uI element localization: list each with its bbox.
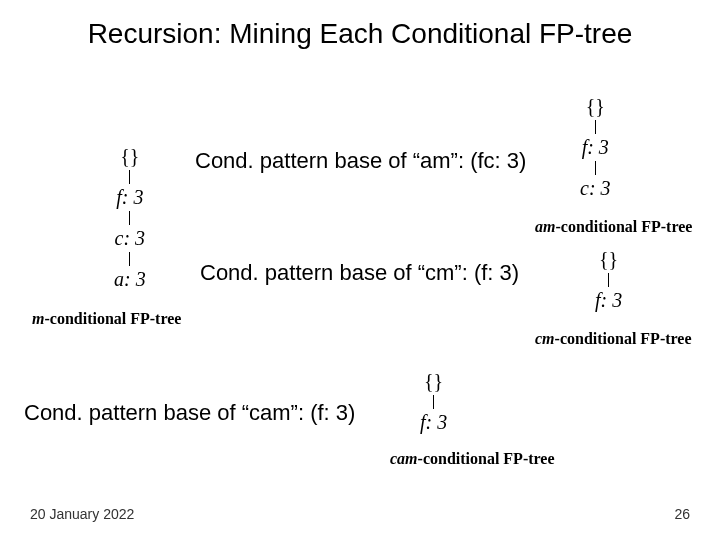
m-tree-caption: m-conditional FP-tree [32, 310, 181, 328]
am-tree: {} f: 3 c: 3 [580, 95, 611, 200]
tree-node-f: f: 3 [595, 289, 622, 312]
caption-prefix: m [32, 310, 44, 327]
tree-node-c: c: 3 [115, 227, 146, 250]
tree-edge [595, 161, 596, 175]
tree-node-f: f: 3 [582, 136, 609, 159]
tree-root: {} [424, 370, 443, 393]
tree-root: {} [599, 248, 618, 271]
cond-base-cm: Cond. pattern base of “cm”: (f: 3) [200, 260, 519, 286]
tree-edge [595, 120, 596, 134]
cond-base-cam: Cond. pattern base of “cam”: (f: 3) [24, 400, 355, 426]
caption-rest: -conditional FP-tree [555, 218, 692, 235]
cm-tree-caption: cm-conditional FP-tree [535, 330, 692, 348]
page-title: Recursion: Mining Each Conditional FP-tr… [0, 0, 720, 50]
cam-tree-caption: cam-conditional FP-tree [390, 450, 555, 468]
caption-rest: -conditional FP-tree [555, 330, 692, 347]
tree-node-f: f: 3 [420, 411, 447, 434]
cam-tree: {} f: 3 [420, 370, 447, 434]
am-tree-caption: am-conditional FP-tree [535, 218, 692, 236]
tree-root: {} [586, 95, 605, 118]
footer-page-number: 26 [674, 506, 690, 522]
caption-prefix: am [535, 218, 555, 235]
m-tree: {} f: 3 c: 3 a: 3 [114, 145, 146, 291]
tree-edge [129, 170, 130, 184]
footer-date: 20 January 2022 [30, 506, 134, 522]
cond-base-am: Cond. pattern base of “am”: (fc: 3) [195, 148, 526, 174]
tree-node-c: c: 3 [580, 177, 611, 200]
tree-root: {} [120, 145, 139, 168]
tree-edge [129, 252, 130, 266]
cm-tree: {} f: 3 [595, 248, 622, 312]
tree-edge [608, 273, 609, 287]
caption-rest: -conditional FP-tree [418, 450, 555, 467]
tree-node-a: a: 3 [114, 268, 146, 291]
tree-node-f: f: 3 [116, 186, 143, 209]
caption-rest: -conditional FP-tree [44, 310, 181, 327]
tree-edge [129, 211, 130, 225]
caption-prefix: cam [390, 450, 418, 467]
caption-prefix: cm [535, 330, 555, 347]
tree-edge [433, 395, 434, 409]
